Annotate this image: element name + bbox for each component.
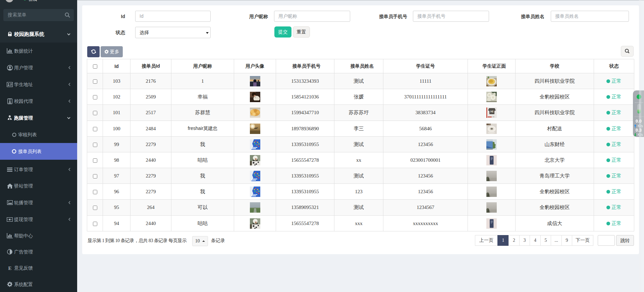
svg-text:E: E: [8, 266, 11, 271]
svg-text:Hi: Hi: [490, 110, 493, 113]
